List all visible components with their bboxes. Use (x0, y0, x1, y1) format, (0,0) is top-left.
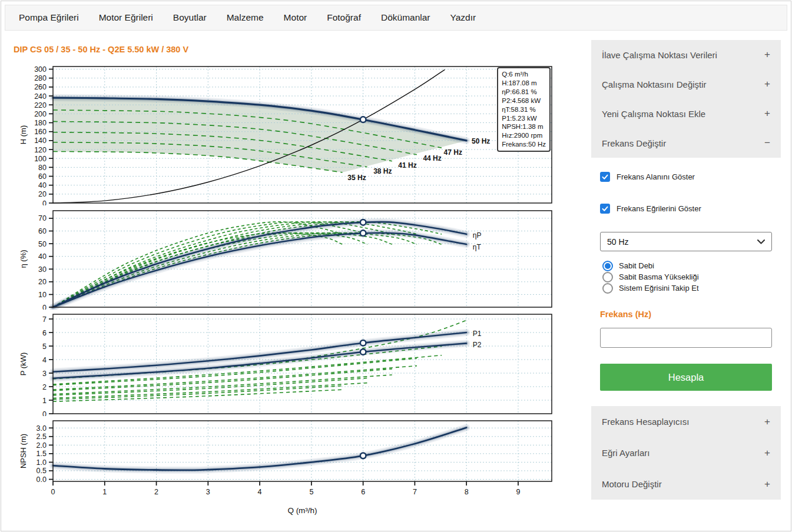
frequency-input-label: Frekans (Hz) (600, 310, 772, 319)
info-line: ηP:66.81 % (502, 88, 546, 97)
checked-checkbox-icon[interactable] (600, 172, 610, 182)
operating-point-marker[interactable] (360, 117, 366, 122)
panel-calisma-noktasini-degistir[interactable]: Çalışma Noktasını Değiştir + (591, 69, 781, 99)
plus-icon[interactable]: + (764, 478, 770, 490)
svg-text:47 Hz: 47 Hz (444, 148, 462, 157)
chevron-down-icon (757, 240, 765, 244)
minus-icon[interactable]: − (764, 137, 770, 149)
svg-text:180: 180 (34, 119, 47, 127)
operating-point-marker[interactable] (360, 453, 366, 459)
svg-text:6: 6 (361, 488, 365, 496)
frequency-input[interactable] (600, 328, 772, 348)
nav-pompa-egrileri[interactable]: Pompa Eğrileri (9, 12, 89, 23)
svg-text:4: 4 (258, 488, 262, 496)
info-line: P2:4.568 kW (502, 97, 546, 105)
radio-label: Sistem Eğrisini Takip Et (619, 284, 699, 292)
svg-text:60: 60 (38, 227, 47, 235)
operating-point-marker[interactable] (360, 349, 366, 355)
info-line: Frekans:50 Hz (502, 140, 546, 149)
svg-text:10: 10 (38, 291, 47, 299)
svg-text:5: 5 (42, 343, 47, 351)
pump-model-title: DIP CS 05 / 35 - 50 Hz - Q2E 5.50 kW / 3… (14, 45, 188, 54)
frequency-select[interactable]: 50 Hz (600, 232, 772, 251)
charts-area: 35 Hz38 Hz41 Hz44 Hz47 Hz50 Hz0204060801… (13, 63, 566, 515)
svg-text:100: 100 (34, 155, 47, 163)
svg-text:20: 20 (38, 190, 47, 198)
nav-fotograf[interactable]: Fotoğraf (317, 12, 371, 23)
svg-text:240: 240 (34, 92, 47, 101)
svg-text:0.0: 0.0 (37, 476, 47, 484)
x-axis-label: Q (m³/h) (53, 504, 552, 515)
svg-text:8: 8 (465, 488, 469, 496)
panel-label: Eğri Ayarları (602, 448, 649, 458)
checkbox-frekans-egrilerini-goster[interactable]: Frekans Eğrilerini Göster (600, 204, 772, 214)
pump-head-chart-svg: 35 Hz38 Hz41 Hz44 Hz47 Hz50 Hz0204060801… (13, 63, 566, 205)
sidebar-bottom-panels: Frekans Hesaplayıcısı + Eğri Ayarları + … (591, 406, 781, 500)
radio-selected-icon[interactable] (602, 261, 613, 271)
panel-frekans-degistir[interactable]: Frekans Değiştir − (591, 128, 781, 158)
operating-point-marker[interactable] (360, 340, 366, 346)
panel-label: Frekans Değiştir (602, 138, 666, 148)
checkbox-label: Frekans Alanını Göster (617, 172, 695, 181)
sidebar-top-panels: İlave Çalışma Noktası Verileri + Çalışma… (591, 40, 781, 158)
radio-sabit-debi[interactable]: Sabit Debi (602, 260, 772, 271)
top-navigation: Pompa Eğrileri Motor Eğrileri Boyutlar M… (5, 5, 787, 31)
svg-text:60: 60 (38, 172, 47, 181)
svg-text:160: 160 (34, 128, 47, 136)
pump-head-chart: 35 Hz38 Hz41 Hz44 Hz47 Hz50 Hz0204060801… (13, 63, 566, 205)
operating-point-marker[interactable] (360, 220, 366, 225)
svg-text:7: 7 (42, 315, 47, 324)
npsh-chart: 0.00.51.01.52.02.53.0NPSH (m)0123456789 (13, 419, 566, 501)
nav-boyutlar[interactable]: Boyutlar (163, 12, 217, 23)
svg-text:70: 70 (38, 214, 47, 222)
operating-point-marker[interactable] (360, 230, 366, 236)
info-line: H:187.08 m (502, 79, 546, 88)
panel-motoru-degistir[interactable]: Motoru Değiştir + (591, 468, 781, 500)
frequency-mode-radios: Sabit Debi Sabit Basma Yüksekliği Sistem… (600, 260, 772, 294)
plus-icon[interactable]: + (764, 416, 770, 428)
svg-text:35 Hz: 35 Hz (347, 174, 366, 182)
svg-text:9: 9 (516, 488, 520, 496)
info-line: ηT:58.31 % (502, 105, 546, 114)
npsh-chart-svg: 0.00.51.01.52.02.53.0NPSH (m)0123456789 (13, 419, 566, 501)
checkbox-label: Frekans Eğrilerini Göster (617, 204, 701, 213)
svg-text:4: 4 (42, 356, 47, 364)
panel-egri-ayarlari[interactable]: Eğri Ayarları + (591, 437, 781, 468)
svg-text:0: 0 (42, 200, 47, 206)
svg-text:NPSH (m): NPSH (m) (19, 434, 28, 468)
frequency-panel-content: Frekans Alanını Göster Frekans Eğrilerin… (591, 158, 781, 391)
panel-frekans-hesaplayicisi[interactable]: Frekans Hesaplayıcısı + (591, 406, 781, 437)
power-chart: P1P201234567P (kW) (13, 312, 566, 416)
panel-label: İlave Çalışma Noktası Verileri (602, 50, 717, 60)
plus-icon[interactable]: + (764, 447, 770, 459)
svg-text:P (kW): P (kW) (19, 353, 28, 375)
radio-icon[interactable] (602, 272, 613, 282)
plus-icon[interactable]: + (764, 78, 770, 90)
checked-checkbox-icon[interactable] (600, 204, 610, 214)
nav-dokumanlar[interactable]: Dökümanlar (371, 12, 440, 23)
plus-icon[interactable]: + (764, 49, 770, 61)
svg-text:6: 6 (42, 329, 47, 337)
info-line: P1:5.23 kW (502, 114, 546, 123)
nav-motor[interactable]: Motor (274, 12, 317, 23)
radio-icon[interactable] (602, 283, 613, 294)
svg-text:20: 20 (38, 278, 47, 286)
app-window: Pompa Eğrileri Motor Eğrileri Boyutlar M… (1, 1, 791, 531)
svg-text:P1: P1 (473, 330, 482, 338)
svg-text:260: 260 (34, 83, 47, 91)
frequency-select-value: 50 Hz (607, 237, 629, 247)
checkbox-frekans-alanini-goster[interactable]: Frekans Alanını Göster (600, 172, 772, 182)
nav-yazdir[interactable]: Yazdır (440, 12, 486, 23)
svg-text:140: 140 (34, 137, 47, 145)
nav-motor-egrileri[interactable]: Motor Eğrileri (89, 12, 163, 23)
panel-yeni-calisma-noktasi-ekle[interactable]: Yeni Çalışma Noktası Ekle + (591, 99, 781, 128)
svg-text:30: 30 (38, 265, 47, 274)
svg-text:40: 40 (38, 252, 47, 261)
plus-icon[interactable]: + (764, 108, 770, 119)
panel-ilave-calisma-noktasi-verileri[interactable]: İlave Çalışma Noktası Verileri + (591, 40, 781, 69)
svg-text:50: 50 (38, 240, 47, 248)
radio-sistem-egrisini-takip-et[interactable]: Sistem Eğrisini Takip Et (602, 282, 772, 294)
radio-sabit-basma-yuksekligi[interactable]: Sabit Basma Yüksekliği (602, 271, 772, 282)
nav-malzeme[interactable]: Malzeme (217, 12, 274, 23)
calculate-button[interactable]: Hesapla (600, 364, 772, 391)
